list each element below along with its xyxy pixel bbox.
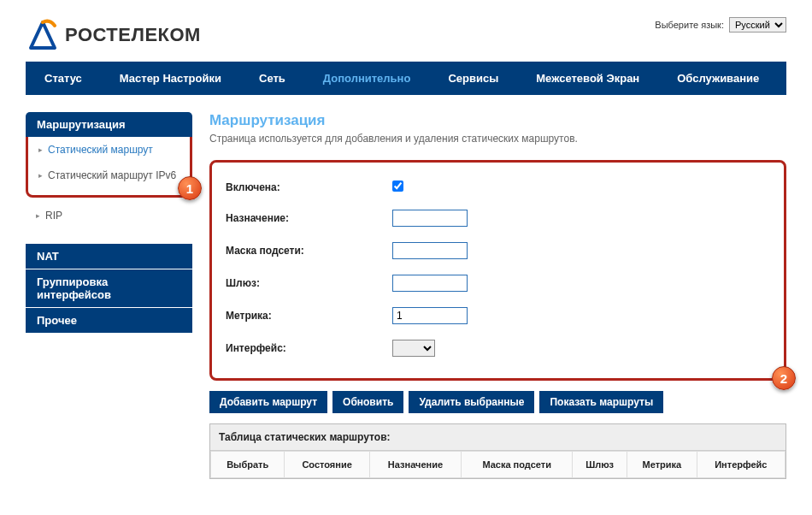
input-metric[interactable] [392, 307, 468, 324]
route-form: Включена: Назначение: Маска подсети: Шлю… [209, 160, 786, 381]
sidebar-head-other[interactable]: Прочее [26, 308, 192, 333]
col-dest: Назначение [369, 452, 461, 478]
nav-network[interactable]: Сеть [240, 62, 304, 95]
col-metric: Метрика [627, 452, 697, 478]
language-select[interactable]: Русский [729, 17, 786, 33]
sidebar-head-if-group[interactable]: Группировка интерфейсов [26, 269, 192, 307]
page-title: Маршрутизация [209, 112, 786, 129]
nav-wizard[interactable]: Мастер Настройки [101, 62, 240, 95]
sidebar-head-nat[interactable]: NAT [26, 244, 192, 269]
col-state: Состояние [285, 452, 369, 478]
sidebar-item-label: RIP [45, 210, 62, 222]
main-nav: Статус Мастер Настройки Сеть Дополнитель… [26, 62, 786, 95]
select-interface[interactable] [392, 340, 435, 357]
label-interface: Интерфейс: [226, 342, 392, 354]
language-label: Выберите язык: [655, 20, 724, 30]
main-content: Маршрутизация Страница используется для … [209, 112, 786, 479]
add-route-button[interactable]: Добавить маршрут [209, 391, 327, 413]
label-destination: Назначение: [226, 212, 392, 224]
nav-maintenance[interactable]: Обслуживание [658, 62, 778, 95]
language-selector: Выберите язык: Русский [655, 17, 786, 33]
show-routes-button[interactable]: Показать маршруты [539, 391, 663, 413]
col-select: Выбрать [211, 452, 285, 478]
annotation-marker-2: 2 [772, 366, 796, 390]
input-gateway[interactable] [392, 275, 468, 292]
sidebar-item-static-route[interactable]: ▸ Статический маршрут [28, 137, 190, 163]
routes-table-title: Таблица статических маршрутов: [210, 424, 786, 451]
sidebar-item-label: Статический маршрут [48, 144, 153, 156]
rostelecom-icon [26, 17, 60, 53]
brand-logo: РОСТЕЛЕКОМ [26, 17, 201, 53]
label-gateway: Шлюз: [226, 277, 392, 289]
page-subtitle: Страница используется для добавления и у… [209, 133, 786, 145]
input-destination[interactable] [392, 210, 468, 227]
brand-name: РОСТЕЛЕКОМ [65, 24, 201, 46]
arrow-icon: ▸ [36, 211, 40, 220]
label-netmask: Маска подсети: [226, 245, 392, 257]
button-row: Добавить маршрут Обновить Удалить выбран… [209, 391, 786, 413]
nav-status[interactable]: Статус [26, 62, 101, 95]
arrow-icon: ▸ [38, 171, 43, 180]
sidebar: Маршрутизация ▸ Статический маршрут ▸ Ст… [26, 112, 192, 479]
checkbox-enabled[interactable] [392, 181, 403, 192]
col-mask: Маска подсети [462, 452, 573, 478]
sidebar-item-label: Статический маршрут IPv6 [48, 169, 176, 181]
sidebar-head-routing: Маршрутизация [26, 112, 192, 137]
nav-services[interactable]: Сервисы [429, 62, 517, 95]
nav-advanced[interactable]: Дополнительно [304, 62, 430, 95]
label-enabled: Включена: [226, 181, 392, 193]
routes-table: Выбрать Состояние Назначение Маска подсе… [210, 451, 786, 478]
update-button[interactable]: Обновить [332, 391, 403, 413]
annotation-marker-1: 1 [178, 176, 202, 200]
routes-table-box: Таблица статических маршрутов: Выбрать С… [209, 423, 786, 479]
col-iface: Интерфейс [697, 452, 785, 478]
col-gw: Шлюз [573, 452, 627, 478]
nav-firewall[interactable]: Межсетевой Экран [517, 62, 658, 95]
sidebar-item-rip[interactable]: ▸ RIP [26, 203, 192, 228]
label-metric: Метрика: [226, 310, 392, 322]
sidebar-item-static-route-ipv6[interactable]: ▸ Статический маршрут IPv6 [28, 163, 190, 188]
delete-selected-button[interactable]: Удалить выбранные [409, 391, 534, 413]
input-netmask[interactable] [392, 242, 468, 259]
arrow-icon: ▸ [38, 145, 43, 154]
